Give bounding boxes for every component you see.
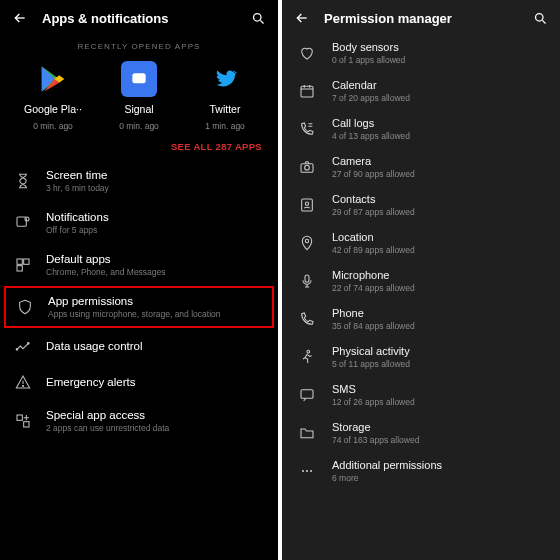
special-access-icon bbox=[14, 412, 32, 430]
svg-rect-21 bbox=[301, 390, 313, 399]
twitter-icon bbox=[207, 61, 243, 97]
row-label: Special app access bbox=[46, 409, 264, 421]
row-label: Screen time bbox=[46, 169, 264, 181]
perm-sub: 42 of 89 apps allowed bbox=[332, 245, 544, 255]
perm-microphone[interactable]: Microphone22 of 74 apps allowed bbox=[282, 262, 560, 300]
row-special-access[interactable]: Special app access 2 apps can use unrest… bbox=[0, 400, 278, 442]
screen-title: Apps & notifications bbox=[42, 11, 237, 26]
row-data-usage[interactable]: Data usage control bbox=[0, 328, 278, 364]
topbar-left: Apps & notifications bbox=[0, 0, 278, 34]
shield-icon bbox=[16, 298, 34, 316]
folder-icon bbox=[298, 424, 316, 442]
data-usage-icon bbox=[14, 337, 32, 355]
row-sub: Apps using microphone, storage, and loca… bbox=[48, 309, 262, 319]
recent-app-google-play[interactable]: Google Pla·· 0 min. ago bbox=[13, 61, 93, 131]
perm-contacts[interactable]: Contacts29 of 87 apps allowed bbox=[282, 186, 560, 224]
svg-point-20 bbox=[307, 350, 310, 353]
row-label: Notifications bbox=[46, 211, 264, 223]
perm-label: Physical activity bbox=[332, 345, 544, 357]
recent-app-signal[interactable]: Signal 0 min. ago bbox=[99, 61, 179, 131]
back-arrow-icon[interactable] bbox=[294, 10, 310, 26]
apps-notifications-screen: Apps & notifications RECENTLY OPENED APP… bbox=[0, 0, 278, 560]
perm-call-logs[interactable]: Call logs4 of 13 apps allowed bbox=[282, 110, 560, 148]
svg-point-22 bbox=[302, 470, 304, 472]
perm-label: Additional permissions bbox=[332, 459, 544, 471]
notification-icon bbox=[14, 214, 32, 232]
more-icon bbox=[298, 462, 316, 480]
call-log-icon bbox=[298, 120, 316, 138]
svg-rect-4 bbox=[17, 259, 22, 264]
perm-calendar[interactable]: Calendar7 of 20 apps allowed bbox=[282, 72, 560, 110]
recent-app-twitter[interactable]: Twitter 1 min. ago bbox=[185, 61, 265, 131]
search-icon[interactable] bbox=[251, 11, 266, 26]
perm-sub: 5 of 11 apps allowed bbox=[332, 359, 544, 369]
row-label: Emergency alerts bbox=[46, 376, 264, 388]
svg-point-18 bbox=[305, 239, 308, 242]
back-arrow-icon[interactable] bbox=[12, 10, 28, 26]
row-sub: Chrome, Phone, and Messages bbox=[46, 267, 264, 277]
row-default-apps[interactable]: Default apps Chrome, Phone, and Messages bbox=[0, 244, 278, 286]
recent-app-name: Twitter bbox=[210, 103, 241, 115]
heart-icon bbox=[298, 44, 316, 62]
svg-point-12 bbox=[536, 13, 544, 21]
svg-rect-19 bbox=[305, 275, 309, 282]
perm-physical-activity[interactable]: Physical activity5 of 11 apps allowed bbox=[282, 338, 560, 376]
row-emergency-alerts[interactable]: Emergency alerts bbox=[0, 364, 278, 400]
perm-body-sensors[interactable]: Body sensors0 of 1 apps allowed bbox=[282, 34, 560, 72]
location-icon bbox=[298, 234, 316, 252]
perm-additional[interactable]: Additional permissions6 more bbox=[282, 452, 560, 490]
perm-label: Call logs bbox=[332, 117, 544, 129]
contacts-icon bbox=[298, 196, 316, 214]
svg-point-15 bbox=[305, 165, 310, 170]
perm-label: Contacts bbox=[332, 193, 544, 205]
recent-app-name: Signal bbox=[124, 103, 153, 115]
perm-sub: 12 of 26 apps allowed bbox=[332, 397, 544, 407]
search-icon[interactable] bbox=[533, 11, 548, 26]
perm-sub: 4 of 13 apps allowed bbox=[332, 131, 544, 141]
topbar-right: Permission manager bbox=[282, 0, 560, 34]
perm-sub: 27 of 90 apps allowed bbox=[332, 169, 544, 179]
svg-point-24 bbox=[310, 470, 312, 472]
signal-icon bbox=[121, 61, 157, 97]
perm-sms[interactable]: SMS12 of 26 apps allowed bbox=[282, 376, 560, 414]
svg-point-23 bbox=[306, 470, 308, 472]
apps-icon bbox=[14, 256, 32, 274]
perm-sub: 29 of 87 apps allowed bbox=[332, 207, 544, 217]
row-sub: Off for 5 apps bbox=[46, 225, 264, 235]
row-app-permissions[interactable]: App permissions Apps using microphone, s… bbox=[4, 286, 274, 328]
perm-label: Camera bbox=[332, 155, 544, 167]
recent-app-sub: 0 min. ago bbox=[119, 121, 159, 131]
perm-label: Calendar bbox=[332, 79, 544, 91]
row-label: App permissions bbox=[48, 295, 262, 307]
svg-point-17 bbox=[305, 202, 308, 205]
perm-location[interactable]: Location42 of 89 apps allowed bbox=[282, 224, 560, 262]
see-all-apps-link[interactable]: SEE ALL 287 APPS bbox=[0, 131, 278, 160]
recent-app-sub: 0 min. ago bbox=[33, 121, 73, 131]
svg-point-0 bbox=[254, 13, 262, 21]
perm-sub: 35 of 84 apps allowed bbox=[332, 321, 544, 331]
perm-sub: 6 more bbox=[332, 473, 544, 483]
recent-app-name: Google Pla·· bbox=[24, 103, 82, 115]
recent-apps-row: Google Pla·· 0 min. ago Signal 0 min. ag… bbox=[0, 61, 278, 131]
perm-camera[interactable]: Camera27 of 90 apps allowed bbox=[282, 148, 560, 186]
svg-point-3 bbox=[25, 217, 29, 221]
svg-point-8 bbox=[28, 343, 30, 345]
row-label: Default apps bbox=[46, 253, 264, 265]
row-notifications[interactable]: Notifications Off for 5 apps bbox=[0, 202, 278, 244]
svg-point-7 bbox=[16, 349, 18, 351]
perm-sub: 7 of 20 apps allowed bbox=[332, 93, 544, 103]
svg-rect-5 bbox=[24, 259, 29, 264]
perm-sub: 22 of 74 apps allowed bbox=[332, 283, 544, 293]
row-sub: 2 apps can use unrestricted data bbox=[46, 423, 264, 433]
perm-sub: 0 of 1 apps allowed bbox=[332, 55, 544, 65]
recent-app-sub: 1 min. ago bbox=[205, 121, 245, 131]
hourglass-icon bbox=[14, 172, 32, 190]
camera-icon bbox=[298, 158, 316, 176]
svg-rect-1 bbox=[132, 73, 145, 83]
perm-label: Location bbox=[332, 231, 544, 243]
row-screen-time[interactable]: Screen time 3 hr, 6 min today bbox=[0, 160, 278, 202]
perm-storage[interactable]: Storage74 of 163 apps allowed bbox=[282, 414, 560, 452]
perm-phone[interactable]: Phone35 of 84 apps allowed bbox=[282, 300, 560, 338]
svg-rect-11 bbox=[24, 422, 29, 427]
screen-title: Permission manager bbox=[324, 11, 519, 26]
